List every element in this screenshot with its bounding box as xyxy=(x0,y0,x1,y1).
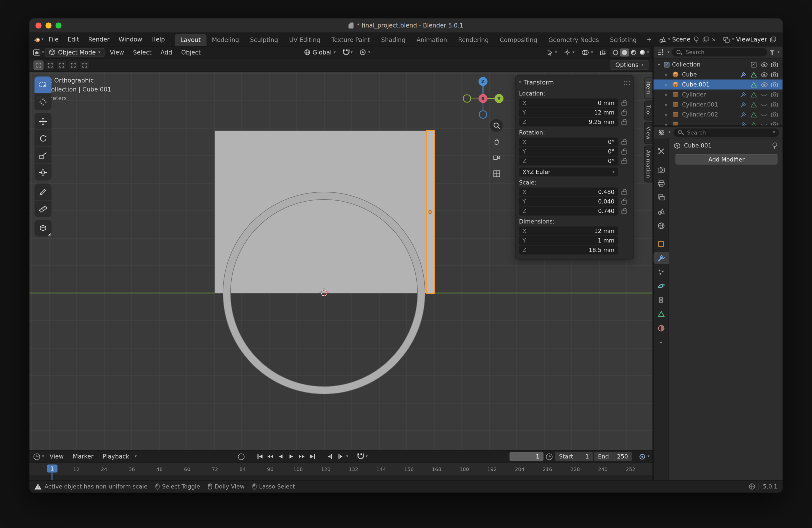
add-modifier-button[interactable]: Add Modifier xyxy=(676,154,778,164)
disable-render-icon[interactable] xyxy=(770,121,779,126)
hide-eye-icon[interactable] xyxy=(760,82,768,87)
scale-value-field[interactable]: Z0.740 xyxy=(519,206,618,216)
outliner-object-row[interactable]: ▸ Cube xyxy=(653,70,783,79)
workspace-tab[interactable]: Rendering xyxy=(452,34,494,46)
viewport-menu-item[interactable]: Add xyxy=(156,47,176,57)
properties-tab-render[interactable] xyxy=(653,163,669,176)
hide-eye-icon[interactable] xyxy=(760,72,768,77)
outliner-search[interactable] xyxy=(672,48,767,57)
timeline-menu-item[interactable]: View xyxy=(45,452,68,461)
lock-open-icon[interactable] xyxy=(622,201,626,205)
rotation-mode-dropdown[interactable]: XYZ Euler ▾ xyxy=(519,167,618,176)
outliner-search-input[interactable] xyxy=(684,48,763,56)
pin-icon[interactable] xyxy=(693,36,700,43)
cursor-tool[interactable] xyxy=(34,93,52,110)
hide-eye-icon[interactable] xyxy=(760,92,768,97)
workspace-tab[interactable]: Geometry Nodes xyxy=(543,34,604,46)
gizmos-toggle[interactable]: ▾ xyxy=(561,48,578,57)
topbar-menu-item[interactable]: Help xyxy=(147,34,170,44)
shading-rendered-button[interactable] xyxy=(638,48,647,56)
outliner-object-row[interactable]: ▸ Cylinder.002 xyxy=(653,109,783,119)
zoom-button[interactable] xyxy=(490,119,503,132)
workspace-tab[interactable]: Scripting xyxy=(605,34,642,46)
scale-value-field[interactable]: Y0.040 xyxy=(519,197,618,206)
workspace-tab[interactable]: Animation xyxy=(411,34,452,46)
gizmo-minus-y-axis[interactable] xyxy=(463,95,471,102)
scale-tool[interactable] xyxy=(34,147,52,163)
properties-tab-object[interactable] xyxy=(653,238,669,250)
previous-frame-button[interactable] xyxy=(325,452,335,461)
properties-tab-physics[interactable] xyxy=(653,280,669,292)
sidebar-tab[interactable]: View xyxy=(644,122,652,144)
preview-range-toggle[interactable] xyxy=(545,452,554,461)
sidebar-tab[interactable]: Animation xyxy=(644,146,652,182)
breadcrumb-object-name[interactable]: Cube.001 xyxy=(684,142,712,149)
lock-open-icon[interactable] xyxy=(622,102,626,106)
play-reverse-button[interactable] xyxy=(276,452,286,461)
properties-editor-icon[interactable] xyxy=(657,128,666,137)
toggle-orthographic-button[interactable] xyxy=(490,167,503,180)
rotation-value-field[interactable]: Z0° xyxy=(519,157,618,165)
properties-tab-object-data[interactable] xyxy=(653,308,669,320)
move-tool[interactable] xyxy=(34,113,52,130)
properties-tab-scene[interactable] xyxy=(653,205,669,218)
camera-view-button[interactable] xyxy=(490,151,503,164)
transform-orientation-selector[interactable]: Global ▾ xyxy=(301,48,339,57)
disclosure-icon[interactable]: ▸ xyxy=(664,112,669,117)
overlays-toggle[interactable]: ▾ xyxy=(579,48,596,56)
properties-tab-world[interactable] xyxy=(653,220,669,232)
sidebar-tab[interactable]: Tool xyxy=(644,101,652,120)
location-value-field[interactable]: Z9.25 mm xyxy=(519,117,618,127)
gizmo-minus-z-axis[interactable] xyxy=(479,111,487,118)
scale-value-field[interactable]: X0.480 xyxy=(519,188,618,196)
measure-tool[interactable] xyxy=(34,201,52,217)
viewlayer-selector[interactable]: ▾ ViewLayer xyxy=(721,35,779,44)
disclosure-icon[interactable]: ▸ xyxy=(664,122,669,126)
transform-tool[interactable] xyxy=(34,164,52,180)
workspace-tab[interactable]: Layout xyxy=(175,34,206,46)
sidebar-tab[interactable]: Item xyxy=(644,77,652,99)
next-frame-button[interactable] xyxy=(336,452,345,461)
close-window-button[interactable] xyxy=(35,23,42,29)
unlink-scene-icon[interactable]: × xyxy=(711,36,716,43)
disable-render-icon[interactable] xyxy=(770,91,779,98)
disable-render-icon[interactable] xyxy=(770,82,779,88)
viewport-menu-item[interactable]: View xyxy=(105,47,129,57)
disable-render-icon[interactable] xyxy=(770,72,779,77)
workspace-tab[interactable]: Shading xyxy=(376,34,411,46)
dimension-value-field[interactable]: Y1 mm xyxy=(519,236,618,245)
select-mode-invert-button[interactable] xyxy=(68,60,78,70)
disclosure-open-icon[interactable]: ▾ xyxy=(656,62,662,67)
minimize-window-button[interactable] xyxy=(45,23,52,29)
timeline-menu-item[interactable]: Playback xyxy=(98,452,134,461)
hide-eye-icon[interactable] xyxy=(760,122,768,126)
select-mode-intersect-button[interactable] xyxy=(79,60,89,70)
dimension-value-field[interactable]: X12 mm xyxy=(519,226,618,235)
lock-open-icon[interactable] xyxy=(622,160,626,164)
outliner-object-row[interactable]: ▸ Cylinder.001 xyxy=(653,100,783,109)
workspace-tab[interactable]: Modeling xyxy=(206,34,245,46)
hide-eye-icon[interactable] xyxy=(760,102,768,107)
workspace-tab[interactable]: Texture Paint xyxy=(326,34,376,46)
add-cube-tool[interactable] xyxy=(34,220,52,236)
timeline-menu-item[interactable]: Marker xyxy=(68,452,98,461)
outliner-collection-row[interactable]: ▾ ✓ Collection ✓ xyxy=(653,59,783,70)
shading-material-button[interactable] xyxy=(629,48,638,56)
timeline-sync-icon[interactable] xyxy=(638,452,647,461)
chevron-down-icon[interactable]: ▾ xyxy=(660,341,662,345)
disclosure-icon[interactable]: ▸ xyxy=(664,102,669,107)
snap-playhead-toggle[interactable] xyxy=(355,452,365,461)
topbar-menu-item[interactable]: Edit xyxy=(63,34,84,44)
frame-end-field[interactable]: End 250 xyxy=(594,452,632,461)
add-workspace-button[interactable]: + xyxy=(643,34,656,45)
lock-open-icon[interactable] xyxy=(622,191,626,195)
jump-to-end-button[interactable] xyxy=(308,452,317,461)
properties-search-input[interactable] xyxy=(686,129,770,136)
object-origin-dot[interactable] xyxy=(429,210,432,214)
collection-checkbox[interactable]: ✓ xyxy=(664,62,669,67)
annotate-tool[interactable] xyxy=(34,184,52,200)
properties-tab-particles[interactable] xyxy=(653,266,669,278)
hide-eye-icon[interactable] xyxy=(760,62,768,67)
play-button[interactable] xyxy=(287,452,296,461)
workspace-tab[interactable]: UV Editing xyxy=(284,34,326,46)
